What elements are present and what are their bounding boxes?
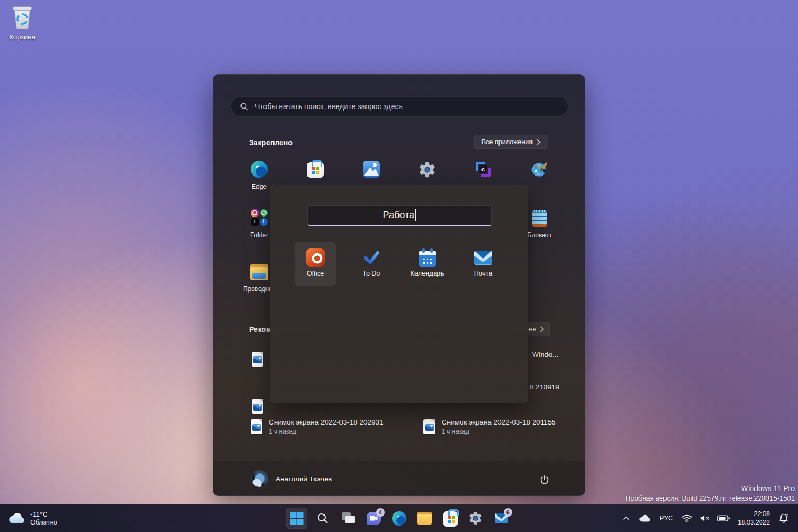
folder-app-office[interactable]: Office	[295, 242, 336, 286]
file-image-icon	[423, 419, 435, 434]
microsoft-store-icon	[443, 511, 458, 527]
search-input[interactable]: Чтобы начать поиск, введите запрос здесь	[231, 96, 568, 117]
file-explorer-button[interactable]	[414, 508, 435, 529]
folder-app-calendar[interactable]: Календарь	[407, 242, 447, 286]
folder-app-todo[interactable]: To Do	[351, 242, 392, 286]
calendar-icon	[419, 251, 436, 267]
svg-text:z: z	[786, 513, 788, 517]
pinned-app-microsoft-store[interactable]	[290, 161, 341, 182]
recommended-item-title: Снимок экрана 2022-03-18 201155	[442, 418, 556, 426]
file-image-icon[interactable]	[252, 352, 263, 367]
volume-muted-icon[interactable]	[696, 508, 713, 529]
watermark-build: Пробная версия. Build 22579.ni_release.2…	[626, 494, 795, 504]
teams-badge: 4	[376, 508, 385, 517]
todo-check-icon	[362, 249, 380, 266]
weather-temp: -11°C	[30, 510, 57, 518]
start-button[interactable]	[286, 508, 307, 529]
teams-chat-button[interactable]: 4	[363, 508, 384, 529]
recycle-bin-label: Корзина	[6, 33, 38, 41]
folder-app-mail-label: Почта	[463, 270, 503, 277]
battery-icon[interactable]	[714, 508, 733, 529]
tiktok-icon	[251, 218, 259, 226]
edge-icon	[251, 161, 268, 178]
pinned-app-clipchamp[interactable]	[458, 161, 509, 182]
search-placeholder: Чтобы начать поиск, введите запрос здесь	[255, 102, 403, 111]
mail-icon	[474, 251, 492, 265]
folder-name-value: Работа	[383, 210, 414, 221]
power-button[interactable]	[534, 469, 555, 490]
pinned-app-paint[interactable]	[514, 161, 565, 182]
task-view-button[interactable]	[337, 508, 359, 529]
clipchamp-icon	[475, 161, 492, 178]
cloud-icon	[9, 512, 26, 525]
windows-watermark: Windows 11 Pro Пробная версия. Build 225…	[626, 483, 795, 504]
tray-time: 22:08	[738, 510, 770, 518]
recommended-item[interactable]: Снимок экрана 2022-03-18 201155 1 ч наза…	[418, 413, 580, 440]
recycle-bin-icon	[11, 4, 34, 30]
pinned-app-settings[interactable]	[402, 161, 453, 182]
gear-icon	[468, 511, 483, 526]
folder-name-input[interactable]: Работа	[307, 205, 492, 226]
text-caret	[415, 209, 417, 221]
chevron-right-icon	[536, 139, 541, 145]
recommended-item-tail[interactable]: Windo...	[532, 351, 559, 359]
file-image-icon	[251, 419, 262, 434]
taskbar-center-icons: 4 6	[286, 508, 512, 529]
notification-bell-icon[interactable]: z	[775, 508, 793, 529]
avatar[interactable]	[252, 471, 268, 487]
folder-app-calendar-label: Календарь	[407, 270, 447, 277]
weather-condition: Облачно	[30, 519, 57, 526]
all-apps-label: Все приложения	[481, 138, 533, 146]
clock[interactable]: 22:08 18.03.2022	[734, 510, 774, 527]
microsoft-store-button[interactable]	[439, 508, 461, 529]
settings-button[interactable]	[465, 508, 486, 529]
taskbar-search-button[interactable]	[312, 508, 333, 529]
recommended-item-subtitle: 1 ч назад	[442, 428, 556, 435]
chevron-right-icon	[539, 326, 544, 332]
all-apps-button[interactable]: Все приложения	[474, 135, 548, 149]
windows-start-icon	[290, 512, 304, 525]
gear-icon	[418, 161, 436, 179]
instagram-icon	[251, 209, 259, 217]
folder-popup: Работа Office To Do Календарь Почта	[270, 185, 528, 403]
recommended-item[interactable]: Снимок экрана 2022-03-18 202931 1 ч наза…	[245, 413, 408, 440]
social-folder-icon	[251, 209, 268, 226]
office-icon	[306, 248, 325, 267]
folder-app-mail[interactable]: Почта	[463, 242, 503, 286]
folder-app-todo-label: To Do	[351, 270, 392, 277]
whatsapp-icon	[260, 209, 268, 217]
file-explorer-icon	[250, 264, 268, 280]
recommended-item-subtitle: 1 ч назад	[269, 428, 384, 435]
system-tray: РУС 22:08 18.03.2022	[618, 504, 798, 532]
microsoft-store-icon	[307, 162, 324, 178]
recycle-bin[interactable]: Корзина	[6, 4, 38, 41]
watermark-edition: Windows 11 Pro	[626, 483, 795, 494]
folder-app-office-label: Office	[295, 270, 336, 277]
tray-date: 18.03.2022	[738, 518, 770, 527]
wifi-icon[interactable]	[678, 508, 695, 529]
mail-badge: 6	[504, 508, 512, 517]
facebook-icon	[260, 218, 268, 226]
onedrive-icon[interactable]	[635, 508, 654, 529]
user-name[interactable]: Анатолий Ткачев	[276, 475, 332, 483]
edge-icon	[392, 511, 406, 526]
recommended-item-title: Снимок экрана 2022-03-18 202931	[269, 418, 384, 426]
edge-button[interactable]	[388, 508, 410, 529]
task-view-icon	[342, 512, 355, 524]
pinned-app-photos[interactable]	[346, 161, 397, 182]
pinned-header: Закреплено	[249, 138, 293, 147]
language-indicator[interactable]: РУС	[655, 508, 677, 529]
search-icon	[240, 102, 248, 111]
photos-icon	[363, 161, 380, 178]
notepad-icon	[532, 210, 547, 227]
paint-icon	[530, 161, 548, 178]
hidden-icons-button[interactable]	[618, 508, 634, 529]
file-image-icon[interactable]	[252, 399, 263, 414]
file-explorer-icon	[417, 512, 432, 525]
taskbar: -11°C Облачно 4	[0, 504, 798, 532]
mail-button[interactable]: 6	[491, 508, 512, 529]
user-bar: Анатолий Ткачев	[213, 461, 585, 496]
weather-widget[interactable]: -11°C Облачно	[4, 504, 62, 532]
search-icon	[316, 512, 329, 525]
